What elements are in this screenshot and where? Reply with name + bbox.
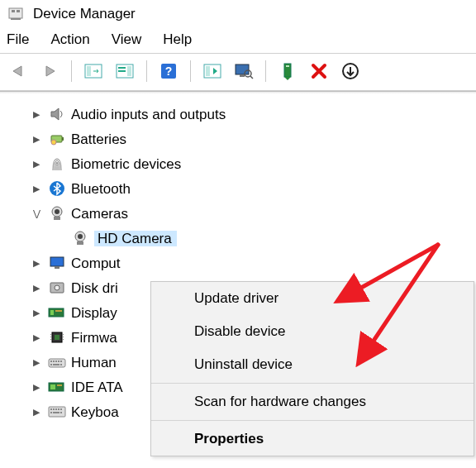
menu-file[interactable]: File <box>7 31 29 48</box>
chevron-right-icon[interactable]: ▶ <box>30 281 43 294</box>
delete-button[interactable] <box>304 57 334 85</box>
toolbar-divider <box>265 60 266 82</box>
tree-item-hd-camera[interactable]: HD Camera <box>30 226 476 251</box>
ctx-properties[interactable]: Properties <box>151 423 474 456</box>
svg-rect-41 <box>50 337 52 337</box>
svg-rect-42 <box>50 339 52 340</box>
chip-icon <box>48 328 66 346</box>
tree-item-bluetooth[interactable]: ▶ Bluetooth <box>30 176 476 201</box>
fingerprint-icon <box>48 155 66 173</box>
ctx-uninstall-device[interactable]: Uninstall device <box>151 348 474 381</box>
svg-rect-51 <box>60 361 62 362</box>
forward-button[interactable] <box>35 57 64 85</box>
ctx-disable-device[interactable]: Disable device <box>151 315 474 348</box>
svg-rect-15 <box>240 74 245 77</box>
svg-rect-7 <box>127 66 131 76</box>
chevron-right-icon[interactable]: ▶ <box>30 405 43 418</box>
toolbar: ? <box>0 53 476 91</box>
svg-rect-54 <box>60 364 62 365</box>
svg-rect-48 <box>53 361 55 362</box>
svg-rect-36 <box>50 310 54 315</box>
svg-rect-22 <box>62 137 64 141</box>
bluetooth-icon <box>48 179 66 198</box>
chevron-right-icon[interactable]: ▶ <box>30 256 43 270</box>
svg-rect-49 <box>55 361 57 362</box>
chevron-right-icon[interactable]: ▶ <box>30 380 43 394</box>
svg-point-29 <box>78 234 83 239</box>
chevron-right-icon[interactable]: ▶ <box>30 182 43 195</box>
svg-rect-62 <box>58 408 60 410</box>
svg-rect-0 <box>9 8 22 18</box>
svg-rect-53 <box>53 364 60 365</box>
chevron-right-icon[interactable]: ▶ <box>30 306 43 319</box>
svg-point-34 <box>55 285 60 290</box>
svg-point-26 <box>55 209 60 214</box>
chevron-right-icon[interactable]: ▶ <box>30 356 43 369</box>
svg-rect-3 <box>11 18 21 20</box>
menu-view[interactable]: View <box>112 31 142 48</box>
show-hidden-button[interactable] <box>79 57 108 85</box>
tree-label: Biometric devices <box>71 157 181 171</box>
help-button[interactable]: ? <box>154 57 183 85</box>
ctx-separator <box>151 383 474 384</box>
hid-icon <box>48 353 66 371</box>
menu-action[interactable]: Action <box>50 31 89 48</box>
battery-icon <box>48 130 66 148</box>
display-adapter-icon <box>48 303 66 322</box>
tree-item-computer[interactable]: ▶ Comput <box>30 251 476 275</box>
chevron-right-icon[interactable]: ▶ <box>30 132 43 146</box>
tree-label: Human <box>71 356 117 370</box>
svg-rect-39 <box>55 335 60 340</box>
window-title: Device Manager <box>33 6 136 22</box>
keyboard-icon <box>48 403 66 421</box>
tree-label: Comput <box>71 256 121 270</box>
svg-rect-27 <box>54 217 60 220</box>
svg-rect-63 <box>60 408 62 410</box>
svg-rect-30 <box>77 241 83 245</box>
camera-icon <box>48 204 66 222</box>
chevron-right-icon[interactable]: ▶ <box>30 157 43 170</box>
svg-rect-44 <box>62 337 64 337</box>
tree-item-batteries[interactable]: ▶ Batteries <box>30 127 476 151</box>
titlebar: Device Manager <box>0 0 476 28</box>
svg-rect-37 <box>55 310 62 312</box>
toolbar-divider <box>190 60 191 82</box>
ctx-update-driver[interactable]: Update driver <box>151 282 474 315</box>
monitor-search-button[interactable] <box>229 57 259 85</box>
ide-icon <box>48 378 66 396</box>
back-button[interactable] <box>3 57 33 85</box>
tree-item-cameras[interactable]: ⋁ Cameras <box>30 201 476 226</box>
chevron-down-icon[interactable]: ⋁ <box>30 207 43 220</box>
scan-button[interactable] <box>198 57 227 85</box>
update-driver-button[interactable] <box>273 57 302 85</box>
tree-label: IDE ATA <box>71 380 123 394</box>
svg-rect-64 <box>50 412 52 413</box>
properties-panel-button[interactable] <box>110 57 140 85</box>
svg-rect-56 <box>50 384 55 389</box>
menu-help[interactable]: Help <box>163 31 192 48</box>
tree-label-selected: HD Camera <box>94 231 177 246</box>
svg-rect-8 <box>118 67 126 69</box>
tree-item-audio[interactable]: ▶ Audio inputs and outputs <box>30 102 476 127</box>
svg-rect-46 <box>49 359 65 367</box>
ctx-scan-hardware[interactable]: Scan for hardware changes <box>151 385 474 418</box>
toolbar-divider <box>146 60 147 82</box>
tree-item-biometric[interactable]: ▶ Biometric devices <box>30 151 476 176</box>
svg-rect-60 <box>53 408 55 410</box>
chevron-right-icon[interactable]: ▶ <box>30 107 43 121</box>
svg-rect-66 <box>60 412 62 413</box>
tree-label: Batteries <box>71 132 126 146</box>
chevron-right-icon[interactable]: ▶ <box>30 331 43 344</box>
monitor-icon <box>48 254 66 272</box>
svg-rect-52 <box>50 364 52 365</box>
svg-rect-9 <box>118 70 126 72</box>
svg-rect-65 <box>53 412 60 413</box>
tree-label: Display <box>71 306 117 320</box>
svg-rect-61 <box>55 408 57 410</box>
svg-rect-47 <box>50 361 52 362</box>
tree-label: Audio inputs and outputs <box>71 107 226 122</box>
svg-rect-59 <box>50 408 52 410</box>
tree-label: Bluetooth <box>71 182 131 196</box>
eject-button[interactable] <box>336 57 365 85</box>
tree-label: Cameras <box>71 207 128 221</box>
